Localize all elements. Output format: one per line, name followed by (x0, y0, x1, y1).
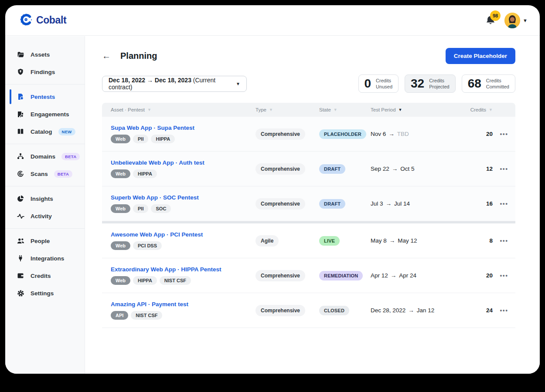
ellipsis-icon: ••• (500, 307, 508, 314)
tag-web: Web (111, 276, 130, 285)
credits-cell: 20 (454, 272, 493, 279)
tag-hippa: HIPPA (151, 135, 175, 143)
sidebar-item-label: Scans (31, 171, 48, 177)
table-row: Supa Web App · Supa PentestWebPIIHIPPACo… (102, 117, 515, 152)
pie-chart-icon (17, 195, 24, 203)
period-end: Apr 24 (399, 272, 416, 279)
sidebar-item-engagements[interactable]: Engagements (5, 105, 85, 123)
arrow-right-icon: → (408, 307, 414, 314)
pentest-link[interactable]: Amazing API · Payment test (111, 301, 188, 308)
tag-nist-csf: NIST CSF (131, 311, 162, 320)
user-menu[interactable]: ▼ (504, 13, 528, 28)
column-header-test-period[interactable]: Test Period▼ (362, 107, 454, 112)
type-cell: Agile (247, 235, 310, 247)
column-header-type[interactable]: Type▼ (247, 107, 310, 112)
table-header: Asset · Pentest▼Type▼State▼Test Period▼C… (102, 103, 515, 117)
sidebar-item-label: Engagements (31, 111, 69, 118)
column-label: Type (255, 107, 266, 112)
radar-icon (17, 170, 24, 178)
pentest-link[interactable]: Awesome Web App · PCI Pentest (111, 231, 203, 238)
sidebar-item-catalog[interactable]: CatalogNEW (5, 123, 85, 140)
people-icon (17, 237, 24, 245)
pentest-link[interactable]: Superb Web App · SOC Pentest (111, 194, 199, 201)
sidebar-group: InsightsActivity (5, 186, 85, 229)
main-content: ← Planning Create Placeholder Dec 18, 20… (85, 36, 540, 374)
state-cell: DRAFT (310, 164, 362, 174)
row-menu-button[interactable]: ••• (493, 200, 515, 207)
tag-pci-dss: PCI DSS (133, 241, 162, 250)
period-start: Jul 3 (371, 200, 383, 207)
sidebar-item-credits[interactable]: Credits (5, 267, 85, 284)
sidebar: AssetsFindingsPentestsEngagementsCatalog… (5, 36, 85, 374)
table-row: Amazing API · Payment testAPINIST CSFCom… (102, 293, 515, 328)
tag-list: WebPIIHIPPA (111, 135, 247, 143)
credits-cell: 12 (454, 166, 493, 172)
credits-cell: 20 (454, 131, 493, 137)
sidebar-item-pentests[interactable]: Pentests (5, 88, 85, 105)
state-badge: REMEDIATION (319, 271, 363, 280)
test-period-cell: Apr 12→Apr 24 (362, 272, 454, 279)
row-menu-button[interactable]: ••• (493, 237, 515, 244)
cobalt-gear-c-icon (20, 13, 33, 28)
contract-period-label: Dec 18, 2022 → Dec 18, 2023 (Current con… (109, 77, 232, 91)
pentest-table: Asset · Pentest▼Type▼State▼Test Period▼C… (102, 103, 515, 328)
test-period-cell: Dec 28, 2022→Jan 12 (362, 307, 454, 314)
notifications-button[interactable]: 98 (485, 15, 496, 26)
sidebar-group: PentestsEngagementsCatalogNEW (5, 84, 85, 144)
sidebar-item-settings[interactable]: Settings (5, 284, 85, 302)
shield-icon (17, 68, 24, 76)
create-placeholder-button[interactable]: Create Placeholder (446, 48, 515, 64)
column-header-credits[interactable]: Credits▼ (454, 107, 493, 112)
sidebar-item-people[interactable]: People (5, 232, 85, 250)
stat-value: 32 (411, 77, 424, 91)
test-period-cell: Sep 22→Oct 5 (362, 166, 454, 172)
test-period-cell: Nov 6→TBD (362, 131, 454, 137)
logo-wordmark: Cobalt (36, 14, 66, 26)
row-menu-button[interactable]: ••• (493, 307, 515, 314)
test-period-cell: May 8→May 12 (362, 237, 454, 244)
sidebar-item-domains[interactable]: DomainsBETA (5, 148, 85, 165)
sidebar-item-activity[interactable]: Activity (5, 207, 85, 225)
sidebar-item-integrations[interactable]: Integrations (5, 250, 85, 267)
column-label: Credits (470, 107, 486, 112)
sidebar-item-findings[interactable]: Findings (5, 63, 85, 81)
table-row: Superb Web App · SOC PentestWebPIISOCCom… (102, 186, 515, 221)
beta-badge: BETA (54, 170, 72, 178)
column-header-state[interactable]: State▼ (310, 107, 362, 112)
arrow-right-icon: → (392, 166, 398, 172)
period-end: Jul 14 (394, 200, 410, 207)
sidebar-item-insights[interactable]: Insights (5, 190, 85, 207)
period-start: May 8 (371, 237, 387, 244)
state-badge: DRAFT (319, 199, 345, 209)
sidebar-item-label: Assets (31, 51, 50, 58)
row-menu-button[interactable]: ••• (493, 131, 515, 138)
chevron-down-icon: ▼ (236, 81, 240, 86)
contract-period-select[interactable]: Dec 18, 2022 → Dec 18, 2023 (Current con… (102, 76, 247, 92)
asset-cell: Extraordinary Web App · HIPPA PentestWeb… (102, 266, 247, 285)
period-start: Dec 28, 2022 (371, 307, 405, 314)
sidebar-item-assets[interactable]: Assets (5, 46, 85, 63)
pentest-link[interactable]: Supa Web App · Supa Pentest (111, 125, 194, 131)
chevron-down-icon: ▼ (523, 18, 528, 23)
pentest-link[interactable]: Unbelievable Web App · Auth test (111, 159, 204, 166)
arrow-right-icon: → (391, 272, 397, 279)
sidebar-item-label: Catalog (31, 128, 52, 135)
sidebar-item-scans[interactable]: ScansBETA (5, 165, 85, 182)
app-window: Cobalt 98 (5, 5, 540, 374)
sidebar-group: AssetsFindings (5, 42, 85, 84)
state-cell: LIVE (310, 236, 362, 246)
sidebar-item-label: Settings (31, 290, 54, 297)
row-menu-button[interactable]: ••• (493, 166, 515, 172)
credit-stat-projected: 32CreditsProjected (405, 74, 456, 93)
sidebar-item-label: Activity (31, 213, 52, 220)
ellipsis-icon: ••• (500, 200, 508, 207)
cobalt-logo[interactable]: Cobalt (20, 13, 66, 28)
pentest-link[interactable]: Extraordinary Web App · HIPPA Pentest (111, 266, 221, 273)
tag-web: Web (111, 204, 130, 213)
type-cell: Comprehensive (247, 128, 310, 140)
ellipsis-icon: ••• (500, 131, 508, 138)
column-header-asset-pentest[interactable]: Asset · Pentest▼ (102, 107, 247, 112)
sort-caret-icon: ▼ (147, 108, 151, 112)
back-arrow-icon[interactable]: ← (102, 51, 111, 60)
row-menu-button[interactable]: ••• (493, 272, 515, 279)
